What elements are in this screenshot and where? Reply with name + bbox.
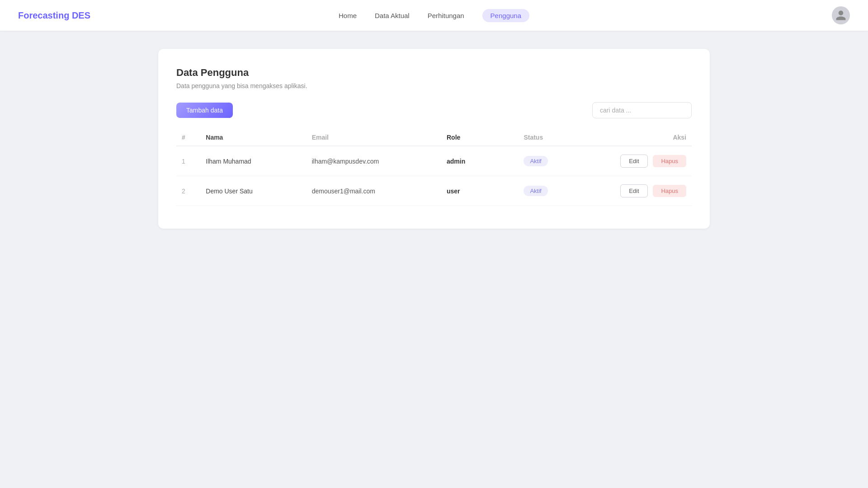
brand-logo: Forecasting DES [18,10,90,21]
cell-status: Aktif [518,146,595,176]
nav-perhitungan[interactable]: Perhitungan [428,12,464,19]
cell-role: admin [441,146,518,176]
hapus-button[interactable]: Hapus [653,185,686,197]
cell-name: Demo User Satu [200,176,306,206]
col-header-num: # [176,129,200,146]
status-badge: Aktif [524,186,547,196]
cell-email: demouser1@mail.com [307,176,441,206]
cell-num: 2 [176,176,200,206]
edit-button[interactable]: Edit [620,184,647,197]
user-avatar[interactable] [832,6,850,24]
status-badge: Aktif [524,156,547,166]
page-title: Data Pengguna [176,67,692,79]
hapus-button[interactable]: Hapus [653,155,686,167]
cell-aksi: Edit Hapus [595,176,692,206]
cell-role: user [441,176,518,206]
main-content: Data Pengguna Data pengguna yang bisa me… [0,31,868,247]
cell-aksi: Edit Hapus [595,146,692,176]
table-row: 1 Ilham Muhamad ilham@kampusdev.com admi… [176,146,692,176]
avatar-icon [835,9,847,21]
table-row: 2 Demo User Satu demouser1@mail.com user… [176,176,692,206]
search-input[interactable] [592,102,692,118]
data-pengguna-card: Data Pengguna Data pengguna yang bisa me… [158,49,710,229]
table-header-row: # Nama Email Role Status Aksi [176,129,692,146]
nav-home[interactable]: Home [339,12,357,19]
col-header-role: Role [441,129,518,146]
tambah-data-button[interactable]: Tambah data [176,103,233,118]
nav-data-aktual[interactable]: Data Aktual [375,12,410,19]
col-header-aksi: Aksi [595,129,692,146]
col-header-email: Email [307,129,441,146]
users-table: # Nama Email Role Status Aksi 1 Ilham Mu… [176,129,692,206]
cell-num: 1 [176,146,200,176]
col-header-nama: Nama [200,129,306,146]
navbar-right [832,6,850,24]
edit-button[interactable]: Edit [620,155,647,168]
nav-pengguna[interactable]: Pengguna [482,9,529,22]
cell-email: ilham@kampusdev.com [307,146,441,176]
cell-status: Aktif [518,176,595,206]
cell-name: Ilham Muhamad [200,146,306,176]
toolbar: Tambah data [176,102,692,118]
page-subtitle: Data pengguna yang bisa mengakses aplika… [176,82,692,89]
navbar: Forecasting DES Home Data Aktual Perhitu… [0,0,868,31]
col-header-status: Status [518,129,595,146]
nav-menu: Home Data Aktual Perhitungan Pengguna [339,9,529,22]
